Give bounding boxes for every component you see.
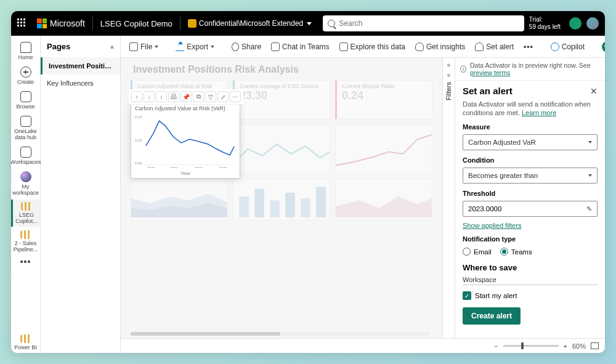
chevron-left-icon: « bbox=[447, 62, 451, 68]
file-menu[interactable]: File bbox=[126, 40, 162, 54]
pin-button[interactable]: 📌 bbox=[180, 91, 192, 102]
slider-thumb[interactable] bbox=[521, 342, 524, 349]
rail-browse[interactable]: Browse bbox=[11, 89, 40, 112]
rail-sales[interactable]: 2 - Sales Pipeline... bbox=[11, 228, 40, 255]
page-investment-positions[interactable]: Investment Positions Ri... bbox=[41, 57, 120, 75]
report-icon bbox=[20, 230, 31, 239]
horizontal-scrollbar[interactable] bbox=[131, 332, 430, 336]
filter-icon: ≡ bbox=[447, 72, 450, 78]
checkbox-icon: ✓ bbox=[463, 291, 471, 300]
more-button[interactable]: ⋯ bbox=[230, 91, 241, 102]
radio-teams[interactable]: Teams bbox=[500, 248, 532, 256]
refresh-button[interactable] bbox=[598, 39, 605, 55]
hierarchy-button[interactable]: 品 bbox=[168, 91, 179, 102]
fit-to-page-button[interactable] bbox=[591, 342, 599, 349]
area-chart[interactable] bbox=[131, 179, 228, 220]
drill-down-button[interactable]: ↓ bbox=[144, 91, 155, 102]
rail-onelake[interactable]: OneLake data hub bbox=[11, 113, 40, 143]
kpi-tile[interactable]: Current Average of ESG Scores23.30 bbox=[233, 80, 330, 119]
x-axis-label: Year bbox=[131, 171, 240, 178]
report-canvas: Investment Positions Risk Analysis Carbo… bbox=[121, 58, 442, 338]
create-alert-button[interactable]: Create alert bbox=[463, 307, 521, 325]
drill-up-button[interactable]: ↑ bbox=[131, 91, 142, 102]
area-chart[interactable] bbox=[335, 179, 432, 220]
zoom-out-button[interactable]: − bbox=[494, 342, 498, 350]
copy-button[interactable]: ⧉ bbox=[193, 91, 204, 102]
copilot-button[interactable]: Copilot bbox=[547, 40, 588, 54]
svg-text:2021: 2021 bbox=[170, 166, 178, 168]
threshold-field[interactable] bbox=[468, 205, 586, 212]
share-icon bbox=[232, 42, 239, 51]
radio-icon bbox=[463, 248, 471, 256]
folder-icon bbox=[20, 91, 31, 102]
export-menu[interactable]: Export bbox=[172, 40, 218, 54]
main-column: File Export Share Chat in Teams Explore … bbox=[121, 36, 605, 353]
close-button[interactable]: ✕ bbox=[590, 86, 598, 96]
home-icon bbox=[20, 42, 31, 53]
collapse-icon[interactable]: « bbox=[110, 43, 114, 51]
bar-chart[interactable] bbox=[233, 179, 330, 220]
kpi-tile[interactable]: Current Sharpe Ratio0.24 bbox=[335, 80, 432, 119]
start-alert-checkbox-row[interactable]: ✓ Start my alert bbox=[463, 291, 598, 300]
condition-dropdown[interactable]: Becomes greater than bbox=[463, 168, 598, 184]
rail-lseg[interactable]: LSEG Copilot... bbox=[11, 200, 40, 227]
zoom-in-button[interactable]: + bbox=[564, 342, 567, 350]
copilot-icon bbox=[551, 42, 559, 51]
presence-icon[interactable] bbox=[569, 17, 582, 30]
zoom-slider[interactable] bbox=[503, 345, 559, 347]
focus-button[interactable]: ⤢ bbox=[217, 91, 229, 102]
rail-workspaces[interactable]: Workspaces bbox=[11, 144, 40, 168]
workspace-name[interactable]: LSEG Copilot Demo bbox=[100, 19, 172, 28]
bell-icon bbox=[475, 42, 484, 51]
show-filters-link[interactable]: Show applied filters bbox=[463, 222, 598, 229]
rail-more[interactable]: ••• bbox=[11, 256, 40, 267]
line-chart[interactable] bbox=[233, 124, 330, 174]
zoom-percent: 60% bbox=[572, 342, 586, 350]
info-icon: i bbox=[460, 65, 466, 73]
notification-radio-group: Email Teams bbox=[463, 248, 598, 256]
measure-dropdown[interactable]: Carbon Adjusted VaR bbox=[463, 134, 598, 150]
sensitivity-dropdown[interactable]: Confidential\Microsoft Extended bbox=[188, 19, 312, 28]
trial-status: Trial: 59 days left bbox=[529, 16, 561, 31]
more-button[interactable]: ••• bbox=[520, 40, 537, 54]
export-icon bbox=[176, 42, 184, 51]
divider bbox=[92, 17, 93, 30]
visual-focus-card[interactable]: ↑ ↓ ↕ 品 📌 ⧉ ▽ ⤢ ⋯ Carbon Adjusted Value … bbox=[131, 102, 240, 179]
share-button[interactable]: Share bbox=[228, 40, 265, 54]
user-avatar[interactable] bbox=[586, 17, 599, 30]
rail-my-workspace[interactable]: My workspace bbox=[11, 169, 40, 198]
where-to-save-heading: Where to save bbox=[463, 263, 598, 272]
app-window: Microsoft LSEG Copilot Demo Confidential… bbox=[11, 11, 605, 353]
chevron-down-icon bbox=[588, 174, 592, 177]
svg-text:2023: 2023 bbox=[219, 166, 227, 168]
threshold-input[interactable]: ✎ bbox=[463, 201, 598, 217]
explore-button[interactable]: Explore this data bbox=[336, 40, 409, 54]
rail-create[interactable]: Create bbox=[11, 64, 40, 87]
edit-icon[interactable]: ✎ bbox=[586, 205, 592, 213]
radio-email[interactable]: Email bbox=[463, 248, 492, 256]
report-title: Investment Positions Risk Analysis bbox=[133, 64, 299, 75]
insights-button[interactable]: Get insights bbox=[411, 40, 469, 54]
rail-home[interactable]: Home bbox=[11, 39, 40, 63]
app-launcher-icon[interactable] bbox=[17, 18, 27, 28]
powerbi-icon bbox=[20, 334, 31, 343]
filters-collapsed-tab[interactable]: « ≡ Filters bbox=[442, 58, 455, 338]
scrollbar-thumb[interactable] bbox=[131, 332, 280, 336]
workspace-field-label: Workspace bbox=[463, 276, 598, 285]
learn-more-link[interactable]: Learn more bbox=[522, 109, 556, 116]
rail-powerbi[interactable]: Power BI bbox=[11, 332, 40, 353]
search-input[interactable] bbox=[339, 19, 519, 28]
chat-teams-button[interactable]: Chat in Teams bbox=[267, 40, 333, 54]
svg-rect-4 bbox=[270, 200, 280, 217]
expand-button[interactable]: ↕ bbox=[156, 91, 167, 102]
file-icon bbox=[129, 42, 138, 51]
visual-toolbar: ↑ ↓ ↕ 品 📌 ⧉ ▽ ⤢ ⋯ bbox=[129, 89, 243, 105]
filter-button[interactable]: ▽ bbox=[205, 91, 216, 102]
set-alert-button[interactable]: Set alert bbox=[471, 40, 517, 54]
search-box[interactable] bbox=[323, 15, 524, 31]
preview-terms-link[interactable]: preview terms bbox=[470, 69, 510, 76]
ellipsis-icon: ••• bbox=[524, 42, 533, 51]
page-key-influencers[interactable]: Key Influencers bbox=[41, 75, 120, 92]
line-chart[interactable] bbox=[335, 124, 432, 174]
app-body: Home Create Browse OneLake data hub Work… bbox=[11, 36, 605, 353]
